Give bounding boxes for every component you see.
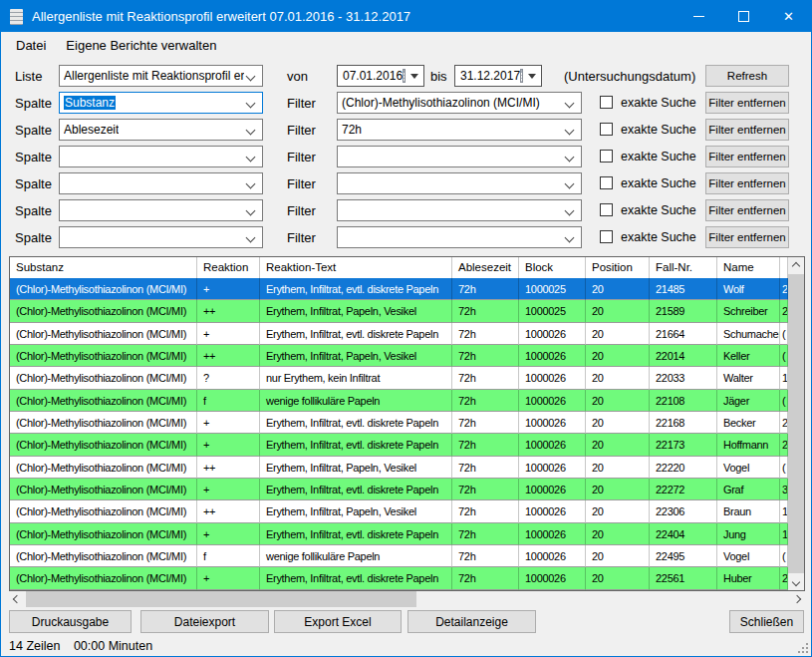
filter-entfernen-button-6[interactable]: Filter entfernen <box>705 226 789 248</box>
druckausgabe-button[interactable]: Druckausgabe <box>9 610 132 633</box>
chevron-right-icon <box>793 595 801 603</box>
table-row[interactable]: (Chlor)-Methylisothiazolinon (MCI/MI) f … <box>10 545 788 567</box>
cell-substanz: (Chlor)-Methylisothiazolinon (MCI/MI) <box>10 300 197 322</box>
filter-entfernen-button-1[interactable]: Filter entfernen <box>705 92 789 114</box>
filter-entfernen-button-4[interactable]: Filter entfernen <box>705 172 789 194</box>
table-row[interactable]: (Chlor)-Methylisothiazolinon (MCI/MI) ++… <box>10 345 788 367</box>
col-name[interactable]: Name <box>717 257 780 278</box>
filter-combobox-1[interactable]: (Chlor)-Methylisothiazolinon (MCI/MI) <box>337 92 582 114</box>
maximize-icon <box>738 11 749 22</box>
cell-ablesezeit: 72h <box>452 479 519 500</box>
cell-position: 20 <box>586 412 650 434</box>
table-row[interactable]: (Chlor)-Methylisothiazolinon (MCI/MI) + … <box>10 434 788 456</box>
close-icon: ✕ <box>783 10 794 23</box>
table-row[interactable]: (Chlor)-Methylisothiazolinon (MCI/MI) f … <box>10 390 788 412</box>
detailanzeige-button[interactable]: Detailanzeige <box>407 610 536 633</box>
cell-clipped: 2 <box>780 434 788 456</box>
status-text: 14 Zeilen 00:00 Minuten <box>9 639 152 653</box>
exakte-suche-checkbox-2[interactable] <box>600 123 613 136</box>
exakte-suche-checkbox-4[interactable] <box>600 176 613 189</box>
cell-block: 1000026 <box>519 457 586 479</box>
cell-position: 20 <box>586 367 650 389</box>
table-row[interactable]: (Chlor)-Methylisothiazolinon (MCI/MI) ++… <box>10 500 788 522</box>
horizontal-scroll-thumb[interactable] <box>26 591 416 607</box>
col-substanz[interactable]: Substanz <box>10 257 197 278</box>
col-reaktion-text[interactable]: Reaktion-Text <box>260 257 452 278</box>
filter-entfernen-button-2[interactable]: Filter entfernen <box>705 119 789 141</box>
export-excel-button[interactable]: Export Excel <box>274 610 402 633</box>
cell-position: 20 <box>586 500 650 522</box>
von-date-input[interactable]: 07.01.2016 <box>337 65 424 87</box>
scroll-right-button[interactable] <box>789 591 805 607</box>
cell-reaktion: ++ <box>197 300 260 322</box>
chevron-down-icon <box>565 99 575 109</box>
resize-grip-icon[interactable] <box>795 640 809 654</box>
table-row[interactable]: (Chlor)-Methylisothiazolinon (MCI/MI) ++… <box>10 300 788 322</box>
table-row[interactable]: (Chlor)-Methylisothiazolinon (MCI/MI) + … <box>10 567 788 589</box>
spalte-combobox-6[interactable] <box>59 226 263 248</box>
bis-date-input[interactable]: 31.12.2017 <box>454 65 542 87</box>
table-row[interactable]: (Chlor)-Methylisothiazolinon (MCI/MI) + … <box>10 479 788 500</box>
col-position[interactable]: Position <box>586 257 650 278</box>
cell-ablesezeit: 72h <box>452 523 519 545</box>
spalte-combobox-2[interactable]: Ablesezeit <box>59 119 263 141</box>
cell-clipped: ( <box>780 545 788 567</box>
cell-substanz: (Chlor)-Methylisothiazolinon (MCI/MI) <box>10 523 197 545</box>
col-block[interactable]: Block <box>519 257 586 278</box>
cell-name: Vogel <box>717 545 780 567</box>
scroll-left-button[interactable] <box>9 591 25 607</box>
minimize-icon <box>693 16 704 17</box>
close-button[interactable]: ✕ <box>766 1 811 32</box>
vertical-scrollbar[interactable] <box>788 257 804 590</box>
cell-name: Becker <box>717 412 780 434</box>
spalte-label: Spalte <box>15 176 52 191</box>
scroll-up-button[interactable] <box>788 257 804 274</box>
untersuchungsdatum-note: (Untersuchungsdatum) <box>564 69 695 84</box>
horizontal-scrollbar[interactable] <box>9 591 805 607</box>
filter-entfernen-button-3[interactable]: Filter entfernen <box>705 146 789 167</box>
exakte-suche-checkbox-3[interactable] <box>600 150 613 163</box>
filter-combobox-4[interactable] <box>337 172 582 194</box>
col-reaktion[interactable]: Reaktion <box>197 257 260 278</box>
dateiexport-button[interactable]: Dateiexport <box>140 610 269 633</box>
cell-name: Walter <box>717 367 780 389</box>
spalte-label: Spalte <box>15 230 52 245</box>
table-row[interactable]: (Chlor)-Methylisothiazolinon (MCI/MI) + … <box>10 412 788 434</box>
table-header: Substanz Reaktion Reaktion-Text Ableseze… <box>10 257 788 279</box>
scroll-down-button[interactable] <box>788 573 804 590</box>
liste-combobox[interactable]: Allergenliste mit Reaktionsprofil erweit… <box>59 65 263 87</box>
filter-combobox-5[interactable] <box>337 199 582 221</box>
filter-combobox-6[interactable] <box>337 226 582 248</box>
exakte-suche-checkbox-1[interactable] <box>600 96 613 109</box>
filter-entfernen-button-5[interactable]: Filter entfernen <box>705 199 789 221</box>
spalte-combobox-3[interactable] <box>59 146 263 167</box>
col-ablesezeit[interactable]: Ablesezeit <box>452 257 519 278</box>
cell-block: 1000026 <box>519 545 586 567</box>
schliessen-button[interactable]: Schließen <box>729 610 804 633</box>
menu-datei[interactable]: Datei <box>6 34 56 57</box>
cell-reaktion: f <box>197 390 260 412</box>
liste-label: Liste <box>15 69 42 84</box>
menu-eigene-berichte[interactable]: Eigene Berichte verwalten <box>56 34 226 57</box>
filter-label: Filter <box>287 150 316 164</box>
cell-fall-nr: 22404 <box>650 523 717 545</box>
exakte-suche-checkbox-5[interactable] <box>600 203 613 216</box>
table-row[interactable]: (Chlor)-Methylisothiazolinon (MCI/MI) + … <box>10 278 788 300</box>
table-row[interactable]: (Chlor)-Methylisothiazolinon (MCI/MI) + … <box>10 523 788 545</box>
maximize-button[interactable] <box>721 1 766 32</box>
filter-combobox-3[interactable] <box>337 146 582 167</box>
col-fall-nr[interactable]: Fall-Nr. <box>650 257 717 278</box>
spalte-combobox-5[interactable] <box>59 199 263 221</box>
table-row[interactable]: (Chlor)-Methylisothiazolinon (MCI/MI) ++… <box>10 457 788 479</box>
exakte-suche-checkbox-6[interactable] <box>600 230 613 243</box>
von-label: von <box>287 69 308 84</box>
table-row[interactable]: (Chlor)-Methylisothiazolinon (MCI/MI) + … <box>10 323 788 345</box>
minimize-button[interactable] <box>677 1 721 32</box>
cell-reaktion-text: Erythem, Infiltrat, evtl. diskrete Papel… <box>260 323 452 345</box>
spalte-combobox-4[interactable] <box>59 172 263 194</box>
spalte-combobox-1[interactable]: Substanz <box>59 92 263 114</box>
table-row[interactable]: (Chlor)-Methylisothiazolinon (MCI/MI) ? … <box>10 367 788 389</box>
cell-clipped: 2 <box>780 567 788 589</box>
refresh-button[interactable]: Refresh <box>705 65 789 87</box>
filter-combobox-2[interactable]: 72h <box>337 119 582 141</box>
